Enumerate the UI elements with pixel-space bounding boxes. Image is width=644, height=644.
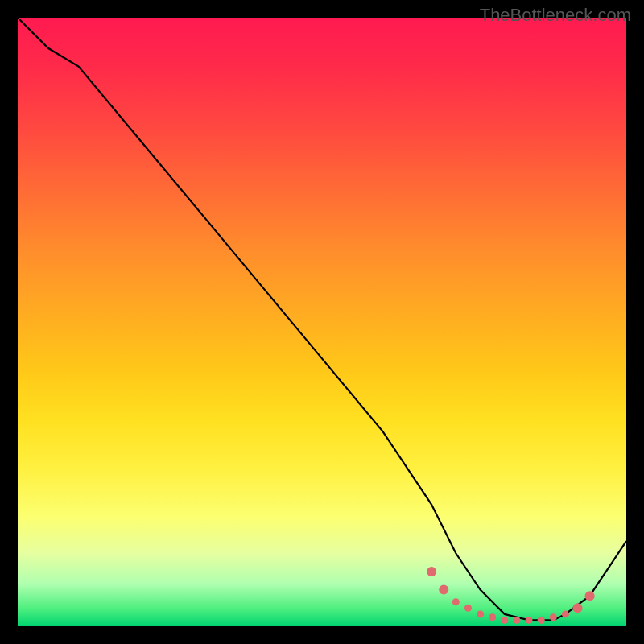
marker-dot xyxy=(464,605,472,612)
marker-dot xyxy=(501,617,508,624)
marker-dot xyxy=(439,585,448,595)
marker-dot xyxy=(550,613,557,621)
chart-container: TheBottleneck.com xyxy=(0,0,644,644)
plot-area xyxy=(18,18,626,626)
curve-svg xyxy=(18,18,626,626)
bottleneck-curve xyxy=(18,18,626,620)
marker-dot xyxy=(513,617,520,624)
marker-dot xyxy=(585,591,595,601)
marker-dot xyxy=(477,610,484,617)
marker-dot xyxy=(526,617,533,624)
marker-dot xyxy=(427,567,436,576)
marker-dot xyxy=(452,598,460,605)
marker-dot xyxy=(489,613,496,621)
marker-dot xyxy=(573,603,583,613)
marker-dot xyxy=(562,610,569,617)
watermark-text: TheBottleneck.com xyxy=(480,5,631,26)
marker-dot xyxy=(538,617,545,624)
